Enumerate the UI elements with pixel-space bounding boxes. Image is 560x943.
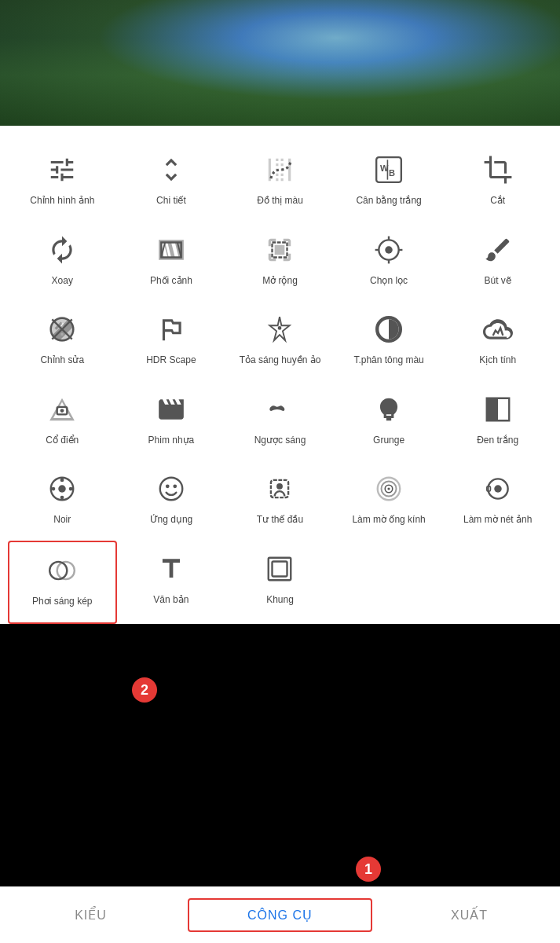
tool-label: Chi tiết <box>156 195 186 207</box>
tool-chinh-sua[interactable]: Chỉnh sửa <box>8 301 117 381</box>
tool-mo-rong[interactable]: Mở rộng <box>225 222 335 302</box>
mustache-icon <box>261 391 298 428</box>
tool-den-trang[interactable]: Đen trắng <box>443 381 552 461</box>
svg-point-6 <box>385 246 393 254</box>
svg-point-24 <box>69 487 73 491</box>
photo-preview <box>0 0 560 126</box>
tool-label: Đen trắng <box>477 435 518 447</box>
tool-lam-mo-net-anh[interactable]: Làm mờ nét ảnh <box>443 460 552 541</box>
tool-tu-the-dau[interactable]: Tư thế đầu <box>225 460 335 541</box>
tool-grunge[interactable]: Grunge <box>335 381 444 461</box>
tool-label: Ngược sáng <box>254 435 306 447</box>
tool-label: Noir <box>53 514 71 527</box>
tools-grid: Chỉnh hình ảnh Chi tiết Đồ thị màu W B <box>8 141 552 624</box>
perspective-icon <box>152 231 190 269</box>
head-pose-icon <box>261 470 298 508</box>
dramatic-icon <box>479 310 517 348</box>
tool-label: Tư thế đầu <box>257 514 303 527</box>
text-icon <box>152 550 190 588</box>
tool-label: Chọn lọc <box>370 275 408 288</box>
tool-phim-nhua[interactable]: Phim nhựa <box>117 381 226 461</box>
badge-1: 1 <box>356 857 381 882</box>
face-icon <box>152 470 190 508</box>
triangle-icon <box>152 151 190 189</box>
badge-2: 2 <box>132 677 157 703</box>
svg-point-23 <box>52 487 56 491</box>
tool-chinh-hinh-anh[interactable]: Chỉnh hình ảnh <box>8 141 117 222</box>
selective-icon <box>370 231 408 269</box>
tool-phoi-canh[interactable]: Phối cảnh <box>117 222 226 302</box>
tool-phoi-sang-kep[interactable]: Phơi sáng kép <box>8 541 117 624</box>
tool-lam-mo-ong-kinh[interactable]: Làm mờ ống kính <box>335 460 444 541</box>
tool-label: Đồ thị màu <box>257 195 303 207</box>
svg-point-27 <box>173 485 177 489</box>
tool-label: Cân bằng trắng <box>356 195 421 207</box>
mountain-icon <box>152 310 190 348</box>
svg-point-15 <box>278 326 282 330</box>
lens-blur-icon <box>370 470 408 508</box>
frame-icon <box>261 550 298 588</box>
grunge-icon <box>370 391 408 428</box>
tab-xuat[interactable]: XUẤT <box>379 900 560 930</box>
tool-xoay[interactable]: Xoay <box>8 222 117 302</box>
tool-label: Làm mờ ống kính <box>352 514 425 527</box>
bottom-nav: KIỂU CÔNG CỤ XUẤT <box>0 886 560 943</box>
tool-label: Phim nhựa <box>148 435 195 447</box>
tool-label: Grunge <box>373 435 404 447</box>
rotate-icon <box>43 231 81 269</box>
tool-label: Khung <box>266 594 294 607</box>
svg-point-35 <box>494 486 502 494</box>
svg-point-25 <box>160 478 183 501</box>
svg-point-33 <box>388 488 390 490</box>
tool-label: Cắt <box>490 195 505 207</box>
tool-label: Bút vẽ <box>485 275 511 288</box>
tool-kich-tinh[interactable]: Kịch tính <box>443 301 552 381</box>
film-icon <box>152 391 190 428</box>
tool-label: Ứng dụng <box>150 514 193 527</box>
tool-noir[interactable]: Noir <box>8 460 117 541</box>
tool-cat[interactable]: Cắt <box>443 141 552 222</box>
tone-icon <box>370 310 408 348</box>
svg-point-20 <box>59 486 67 494</box>
tool-co-dien[interactable]: Cổ điển <box>8 381 117 461</box>
tool-hdr-scape[interactable]: HDR Scape <box>117 301 226 381</box>
tab-cong-cu[interactable]: CÔNG CỤ <box>188 898 372 932</box>
tool-label: HDR Scape <box>146 354 196 367</box>
tool-toa-sang[interactable]: Tỏa sáng huyền ảo <box>225 301 335 381</box>
tool-khung[interactable]: Khung <box>225 541 335 624</box>
curve-icon <box>261 151 298 189</box>
svg-point-29 <box>277 483 284 490</box>
bandaid-icon <box>43 310 81 348</box>
double-exposure-icon <box>43 552 81 589</box>
tool-chon-loc[interactable]: Chọn lọc <box>335 222 444 302</box>
expand-icon <box>261 231 298 269</box>
tool-label: Văn bản <box>153 594 188 607</box>
tool-label: Mở rộng <box>262 275 298 288</box>
sliders-icon <box>43 151 81 189</box>
crop-icon <box>479 151 517 189</box>
tool-nguoc-sang[interactable]: Ngược sáng <box>225 381 335 461</box>
tool-label: T.phân tông màu <box>353 354 423 367</box>
tool-van-ban[interactable]: Văn bản <box>117 541 226 624</box>
tool-t-phan-tong-mau[interactable]: T.phân tông màu <box>335 301 444 381</box>
tool-can-bang-trang[interactable]: W B Cân bằng trắng <box>335 141 444 222</box>
svg-point-22 <box>60 496 64 500</box>
wb-icon: W B <box>370 151 408 189</box>
tool-label: Chỉnh sửa <box>40 354 84 367</box>
tool-label: Phối cảnh <box>150 275 192 288</box>
svg-rect-40 <box>273 561 287 576</box>
svg-text:B: B <box>389 168 395 178</box>
svg-point-18 <box>60 409 64 413</box>
svg-point-21 <box>60 479 64 483</box>
tool-label: Phơi sáng kép <box>32 596 92 608</box>
tool-label: Tỏa sáng huyền ảo <box>240 354 321 367</box>
film-reel-icon <box>43 470 81 508</box>
tool-label: Cổ điển <box>46 435 79 447</box>
focus-icon <box>479 470 517 508</box>
tool-do-thi-mau[interactable]: Đồ thị màu <box>225 141 335 222</box>
tool-ung-dung[interactable]: Ứng dụng <box>117 460 226 541</box>
tool-chi-tiet[interactable]: Chi tiết <box>117 141 226 222</box>
brush-icon <box>479 231 517 269</box>
tool-but-ve[interactable]: Bút vẽ <box>443 222 552 302</box>
tab-kieu[interactable]: KIỂU <box>0 900 181 930</box>
